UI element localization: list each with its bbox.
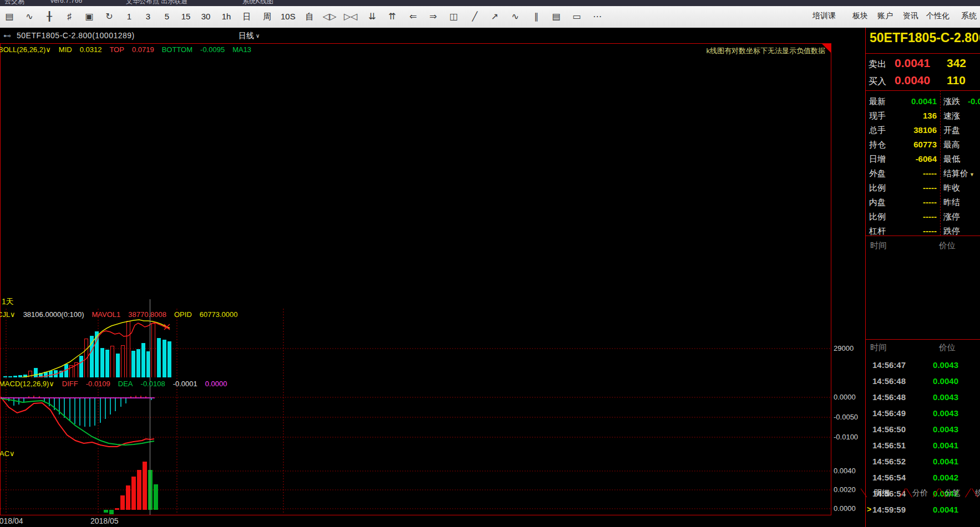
sell-row[interactable]: 卖出 0.0041 342: [866, 55, 980, 73]
period-5min-button[interactable]: 5: [161, 10, 173, 23]
buy-price: 0.0040: [895, 74, 930, 87]
tick-time: 14:56:47: [872, 360, 906, 370]
chart-canvas: [1, 309, 831, 377]
volume-pane[interactable]: CJL∨38106.0000(0:100)MAVOL138770.8008OPI…: [0, 309, 831, 378]
grid-list-icon[interactable]: ▤: [3, 10, 16, 23]
tick-row[interactable]: 14:56:470.0043: [866, 357, 980, 373]
tab-明细[interactable]: 明细: [874, 488, 890, 498]
x-axis-date-label: 2018/05: [90, 516, 119, 525]
period-week-button[interactable]: 周: [261, 10, 273, 23]
page-right-icon[interactable]: ⇒: [427, 10, 439, 23]
quote-label-right: 最高: [943, 140, 960, 150]
volume-bar-up: [167, 341, 171, 377]
quote-value: 136: [899, 111, 937, 120]
tick-time: 14:56:48: [872, 392, 906, 402]
period-15min-button[interactable]: 15: [180, 10, 192, 23]
menu-news[interactable]: 资讯: [903, 11, 918, 21]
indicator-value: 0.0312: [80, 45, 102, 54]
menu-sectors[interactable]: 板块: [852, 11, 868, 21]
title-strip-item: 文华公布点 出示联通: [126, 0, 187, 6]
tick-row[interactable]: >14:59:590.0041: [866, 502, 980, 518]
tick-price: 0.0043: [921, 392, 958, 402]
tick-row[interactable]: 14:56:500.0043: [866, 422, 980, 438]
period-1min-button[interactable]: 1: [123, 10, 135, 23]
divider: [866, 236, 980, 236]
ac-bar: [148, 470, 153, 510]
macd-pane[interactable]: MACD(12,26,9)∨DIFF-0.0109DEA-0.0108-0.00…: [0, 378, 831, 448]
expand-panes-icon[interactable]: ⇈: [386, 10, 398, 23]
collapse-panes-icon[interactable]: ⇊: [366, 10, 378, 23]
crosshair-line: [150, 299, 150, 515]
price-header: 价位: [939, 342, 956, 353]
bar-period-label: 1天: [2, 297, 14, 307]
kline-chart-pane[interactable]: BOLL(26,26,2)∨MID0.0312TOP0.0719BOTTOM-0…: [0, 43, 831, 309]
indicator-icon[interactable]: ♯: [63, 10, 75, 23]
volume-bar-up: [34, 368, 38, 377]
quote-row: 杠杆-----跌停: [866, 224, 980, 238]
period-custom-button[interactable]: 自: [303, 10, 316, 23]
tick-time: 14:59:59: [872, 505, 906, 514]
line-chart-icon[interactable]: ∿: [23, 10, 35, 23]
tick-price: 0.0040: [921, 376, 958, 386]
period-dropdown[interactable]: 日线∨: [238, 31, 260, 41]
tab-分价[interactable]: 分价: [912, 488, 928, 498]
tick-row[interactable]: 14:56:510.0041: [866, 438, 980, 454]
volume-bar-up: [163, 340, 166, 377]
ac-pane[interactable]: AC∨: [0, 448, 831, 515]
quote-label: 日增: [869, 154, 886, 165]
ac-bar: [109, 510, 114, 514]
tab-分笔[interactable]: 分笔: [945, 488, 960, 498]
trendline-icon[interactable]: ╱: [469, 10, 481, 23]
indicator-value: MA13: [232, 45, 251, 54]
tick-row[interactable]: 14:56:480.0043: [866, 390, 980, 406]
tick-row[interactable]: 14:56:490.0043: [866, 406, 980, 422]
channel-line-icon[interactable]: ∥: [530, 10, 542, 23]
indicator-value: -0.0001: [173, 380, 197, 388]
tick-price: 0.0041: [921, 457, 958, 466]
tick-row[interactable]: 14:56:480.0040: [866, 373, 980, 390]
y-axis-label: 0.0020: [834, 485, 856, 494]
period-30min-button[interactable]: 30: [200, 10, 212, 23]
hzoom-in-icon[interactable]: ▷◁: [344, 10, 358, 23]
quote-value: 0.0041: [899, 96, 937, 106]
quote-label-right: 速涨: [943, 111, 960, 121]
current-tick-marker: >: [867, 505, 871, 514]
period-1h-button[interactable]: 1h: [220, 10, 232, 23]
hzoom-out-icon[interactable]: ◁▷: [323, 10, 337, 23]
chart-symbol-title: 50ETF1805-C-2.800(10001289): [17, 31, 135, 40]
menu-training[interactable]: 培训课: [813, 11, 836, 21]
menu-account[interactable]: 账户: [877, 11, 893, 21]
period-day-button[interactable]: 日: [241, 10, 253, 23]
buy-row[interactable]: 买入 0.0040 110: [866, 73, 980, 90]
tick-row[interactable]: 14:56:520.0041: [866, 454, 980, 470]
volume-bar-up: [141, 343, 145, 377]
page-left-icon[interactable]: ⇐: [407, 10, 419, 23]
layout-grid-icon[interactable]: ◫: [448, 10, 460, 23]
refresh-icon[interactable]: ↻: [103, 10, 115, 23]
chart-canvas: [1, 448, 831, 514]
y-axis-label: -0.0050: [834, 413, 858, 421]
tick-row[interactable]: 14:56:540.0042: [866, 470, 980, 486]
menu-personalize[interactable]: 个性化: [926, 11, 949, 21]
more-tools-icon[interactable]: ⋯: [591, 10, 603, 23]
save-icon[interactable]: ▣: [83, 10, 95, 23]
menu-system[interactable]: 系统: [961, 11, 977, 21]
quote-label-right: 开盘: [943, 125, 960, 136]
candlestick-icon[interactable]: ╂: [43, 10, 55, 23]
ray-line-icon[interactable]: ↗: [489, 10, 501, 23]
indicator-value: OPID: [174, 310, 192, 319]
period-3min-button[interactable]: 3: [142, 10, 154, 23]
quote-label: 内盘: [869, 197, 886, 208]
quote-value: -6064: [899, 154, 937, 163]
note-tool-icon[interactable]: ▭: [571, 10, 583, 23]
volume-bar-down: [152, 324, 155, 378]
period-10s-button[interactable]: 10S: [281, 10, 296, 23]
wave-line-icon[interactable]: ∿: [509, 10, 521, 23]
main-toolbar: ▤∿╂♯▣↻13515301h日周10S自◁▷▷◁⇊⇈⇐⇒◫╱↗∿∥▤▭⋯培训课…: [0, 6, 980, 28]
dropdown-arrow-icon[interactable]: ▼: [969, 172, 974, 177]
volume-bar-down: [121, 346, 125, 378]
quote-row: 现手136速涨: [866, 109, 980, 123]
gann-tool-icon[interactable]: ▤: [550, 10, 562, 23]
ac-bar: [131, 477, 136, 510]
volume-bar-up: [3, 376, 7, 377]
